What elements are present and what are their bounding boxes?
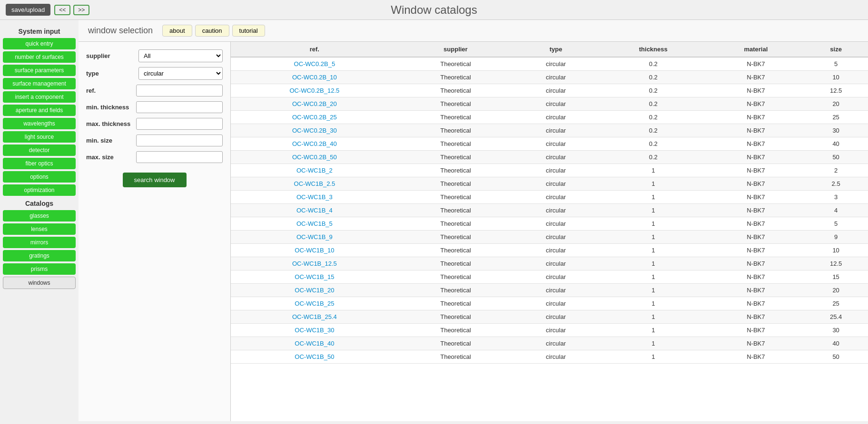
cell-thickness: 0.2 <box>599 137 708 151</box>
col-supplier: supplier <box>398 42 513 57</box>
cell-material: N-BK7 <box>708 231 804 244</box>
cell-ref[interactable]: OC-WC1B_12.5 <box>231 257 398 270</box>
cell-supplier: Theoretical <box>398 324 513 337</box>
cell-ref[interactable]: OC-WC1B_10 <box>231 244 398 257</box>
sidebar-btn-lenses[interactable]: lenses <box>3 223 76 235</box>
cell-thickness: 1 <box>599 350 708 364</box>
tab-caution[interactable]: caution <box>195 25 229 37</box>
sidebar-btn-optimization[interactable]: optimization <box>3 184 76 196</box>
cell-material: N-BK7 <box>708 284 804 297</box>
cell-ref[interactable]: OC-WC0.2B_10 <box>231 71 398 84</box>
main-layout: System input quick entry number of surfa… <box>0 20 868 421</box>
cell-ref[interactable]: OC-WC1B_4 <box>231 204 398 217</box>
search-window-button[interactable]: search window <box>123 173 187 187</box>
cell-ref[interactable]: OC-WC1B_30 <box>231 324 398 337</box>
sidebar-btn-light-source[interactable]: light source <box>3 131 76 143</box>
cell-thickness: 0.2 <box>599 84 708 97</box>
save-upload-button[interactable]: save/upload <box>6 4 50 16</box>
col-thickness: thickness <box>599 42 708 57</box>
table-row: OC-WC1B_12.5 Theoretical circular 1 N-BK… <box>231 257 868 270</box>
cell-ref[interactable]: OC-WC1B_5 <box>231 217 398 231</box>
max-size-input[interactable] <box>136 151 223 163</box>
tab-tutorial[interactable]: tutorial <box>232 25 265 37</box>
ref-input[interactable] <box>136 85 223 96</box>
sidebar-btn-aperture-fields[interactable]: aperture and fields <box>3 105 76 116</box>
cell-material: N-BK7 <box>708 164 804 177</box>
cell-ref[interactable]: OC-WC1B_15 <box>231 270 398 284</box>
cell-size: 25 <box>804 111 868 124</box>
cell-material: N-BK7 <box>708 151 804 164</box>
cell-thickness: 1 <box>599 324 708 337</box>
cell-thickness: 1 <box>599 310 708 324</box>
cell-ref[interactable]: OC-WC0.2B_30 <box>231 124 398 137</box>
cell-size: 4 <box>804 204 868 217</box>
sidebar-btn-glasses[interactable]: glasses <box>3 210 76 222</box>
cell-ref[interactable]: OC-WC0.2B_40 <box>231 137 398 151</box>
cell-ref[interactable]: OC-WC0.2B_12.5 <box>231 84 398 97</box>
cell-ref[interactable]: OC-WC0.2B_5 <box>231 57 398 71</box>
max-thickness-input[interactable] <box>136 118 223 130</box>
cell-ref[interactable]: OC-WC1B_2.5 <box>231 177 398 191</box>
cell-ref[interactable]: OC-WC0.2B_50 <box>231 151 398 164</box>
max-size-label: max. size <box>86 154 136 161</box>
min-thickness-input[interactable] <box>136 101 223 113</box>
filter-panel: supplier All type circular ref. min. <box>79 42 231 421</box>
cell-supplier: Theoretical <box>398 244 513 257</box>
cell-supplier: Theoretical <box>398 84 513 97</box>
cell-ref[interactable]: OC-WC0.2B_25 <box>231 111 398 124</box>
tab-about[interactable]: about <box>162 25 192 37</box>
supplier-label: supplier <box>86 52 138 59</box>
cell-thickness: 1 <box>599 257 708 270</box>
type-select[interactable]: circular <box>138 67 223 80</box>
cell-thickness: 1 <box>599 231 708 244</box>
sidebar-btn-prisms[interactable]: prisms <box>3 263 76 275</box>
cell-type: circular <box>513 231 599 244</box>
cell-size: 2.5 <box>804 177 868 191</box>
min-thickness-row: min. thickness <box>86 101 223 113</box>
cell-size: 10 <box>804 71 868 84</box>
cell-ref[interactable]: OC-WC1B_20 <box>231 284 398 297</box>
cell-ref[interactable]: OC-WC1B_25.4 <box>231 310 398 324</box>
next-button[interactable]: >> <box>73 5 89 15</box>
cell-size: 50 <box>804 350 868 364</box>
cell-thickness: 0.2 <box>599 97 708 111</box>
cell-supplier: Theoretical <box>398 97 513 111</box>
cell-size: 50 <box>804 151 868 164</box>
type-label: type <box>86 70 138 77</box>
sidebar-btn-gratings[interactable]: gratings <box>3 250 76 261</box>
cell-type: circular <box>513 97 599 111</box>
sidebar-btn-windows[interactable]: windows <box>3 277 76 289</box>
prev-button[interactable]: << <box>54 5 70 15</box>
system-input-title: System input <box>3 28 76 35</box>
cell-size: 2 <box>804 164 868 177</box>
cell-ref[interactable]: OC-WC1B_3 <box>231 191 398 204</box>
cell-type: circular <box>513 164 599 177</box>
cell-ref[interactable]: OC-WC1B_40 <box>231 337 398 350</box>
sidebar-btn-quick-entry[interactable]: quick entry <box>3 38 76 49</box>
cell-ref[interactable]: OC-WC1B_2 <box>231 164 398 177</box>
sidebar-btn-wavelengths[interactable]: wavelengths <box>3 118 76 129</box>
cell-supplier: Theoretical <box>398 71 513 84</box>
sidebar-btn-number-of-surfaces[interactable]: number of surfaces <box>3 51 76 63</box>
sidebar-btn-surface-management[interactable]: surface management <box>3 78 76 89</box>
sidebar-btn-fiber-optics[interactable]: fiber optics <box>3 158 76 169</box>
sidebar-btn-surface-parameters[interactable]: surface parameters <box>3 65 76 76</box>
min-size-input[interactable] <box>136 135 223 146</box>
cell-supplier: Theoretical <box>398 350 513 364</box>
table-row: OC-WC0.2B_20 Theoretical circular 0.2 N-… <box>231 97 868 111</box>
sidebar-btn-detector[interactable]: detector <box>3 145 76 156</box>
sidebar-btn-mirrors[interactable]: mirrors <box>3 237 76 248</box>
sidebar-btn-options[interactable]: options <box>3 171 76 183</box>
cell-material: N-BK7 <box>708 270 804 284</box>
cell-ref[interactable]: OC-WC1B_50 <box>231 350 398 364</box>
max-thickness-row: max. thickness <box>86 118 223 130</box>
cell-ref[interactable]: OC-WC1B_25 <box>231 297 398 310</box>
col-type: type <box>513 42 599 57</box>
cell-ref[interactable]: OC-WC0.2B_20 <box>231 97 398 111</box>
cell-ref[interactable]: OC-WC1B_9 <box>231 231 398 244</box>
table-row: OC-WC1B_10 Theoretical circular 1 N-BK7 … <box>231 244 868 257</box>
supplier-select[interactable]: All <box>138 49 223 62</box>
table-header: ref. supplier type thickness material si… <box>231 42 868 57</box>
cell-material: N-BK7 <box>708 191 804 204</box>
sidebar-btn-insert-component[interactable]: insert a component <box>3 91 76 103</box>
